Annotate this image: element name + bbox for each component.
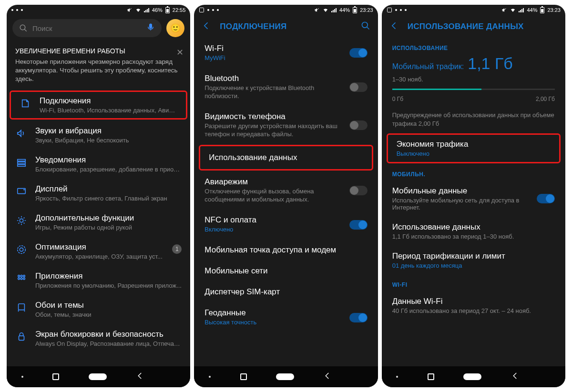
connection-row-0[interactable]: Wi-FiMyWiFi bbox=[194, 38, 378, 68]
home-button[interactable] bbox=[276, 373, 294, 380]
row-title: Звуки и вибрация bbox=[35, 126, 182, 136]
battery-percent: 46% bbox=[152, 7, 163, 13]
toggle[interactable] bbox=[349, 48, 368, 58]
svg-rect-17 bbox=[19, 303, 25, 310]
svg-point-10 bbox=[20, 248, 23, 251]
battery-tip-banner[interactable]: УВЕЛИЧЕНИЕ ВРЕМЕНИ РАБОТЫ Некоторые прил… bbox=[7, 41, 190, 90]
connection-row-8[interactable]: Диспетчер SIM-карт bbox=[194, 281, 378, 302]
back-arrow[interactable] bbox=[202, 21, 211, 32]
svg-rect-22 bbox=[387, 8, 391, 12]
home-button[interactable] bbox=[89, 373, 107, 380]
settings-row-4[interactable]: Дополнительные функцииИгры, Режим работы… bbox=[7, 208, 190, 237]
row-title: Экран блокировки и безопасность bbox=[35, 330, 182, 339]
row-title: Использование данных bbox=[209, 153, 363, 162]
search-button[interactable] bbox=[361, 21, 370, 32]
settings-row-1[interactable]: Звуки и вибрацияЗвуки, Вибрация, Не бесп… bbox=[7, 121, 190, 150]
row-subtitle: Обои, темы, значки bbox=[35, 311, 182, 318]
row-subtitle: Используйте мобильную сеть для доступа в… bbox=[392, 197, 530, 211]
nav-dot bbox=[209, 376, 211, 378]
connection-row-7[interactable]: Мобильные сети bbox=[194, 261, 378, 281]
recents-button[interactable] bbox=[428, 373, 434, 380]
status-bar: 46% 22:55 bbox=[7, 5, 190, 15]
nav-dot bbox=[396, 376, 398, 378]
data-saver-row[interactable]: Экономия трафика Выключено bbox=[387, 133, 561, 163]
close-icon[interactable]: ✕ bbox=[176, 47, 184, 58]
settings-row-5[interactable]: ОптимизацияАккумулятор, хранилище, ОЗУ, … bbox=[7, 237, 190, 266]
mobile-row-1[interactable]: Использование данных1,1 Гб использовано … bbox=[382, 217, 565, 246]
settings-row-0[interactable]: ПодключенияWi-Fi, Bluetooth, Использован… bbox=[10, 90, 187, 120]
back-arrow[interactable] bbox=[389, 21, 399, 32]
row-subtitle: Приложения по умолчанию, Разрешения прил… bbox=[35, 282, 182, 289]
row-title: Авиарежим bbox=[204, 177, 342, 187]
settings-row-7[interactable]: Обои и темыОбои, темы, значки bbox=[7, 295, 190, 324]
svg-rect-19 bbox=[200, 8, 204, 12]
search-field[interactable] bbox=[32, 24, 142, 32]
row-title: Оптимизация bbox=[35, 242, 164, 252]
row-icon bbox=[15, 214, 28, 227]
toggle[interactable] bbox=[349, 313, 368, 322]
bar-labels: 0 Гб 2,00 Гб bbox=[382, 92, 565, 106]
settings-list: ПодключенияWi-Fi, Bluetooth, Использован… bbox=[7, 90, 190, 366]
page-title: ИСПОЛЬЗОВАНИЕ ДАННЫХ bbox=[408, 22, 524, 31]
screen-connections: 44% 23:23 ПОДКЛЮЧЕНИЯ Wi-FiMyWiFiBluetoo… bbox=[194, 5, 378, 387]
mobile-row-2[interactable]: Период тарификации и лимит01 день каждог… bbox=[382, 246, 565, 275]
toggle[interactable] bbox=[349, 121, 368, 130]
recents-button[interactable] bbox=[240, 373, 247, 380]
row-subtitle: Подключение к устройствам Bluetooth побл… bbox=[204, 84, 342, 101]
home-button[interactable] bbox=[463, 373, 481, 380]
svg-point-9 bbox=[18, 245, 26, 253]
row-subtitle: Звуки, Вибрация, Не беспокоить bbox=[35, 137, 182, 144]
voice-search-button[interactable] bbox=[146, 23, 155, 33]
settings-row-2[interactable]: УведомленияБлокирование, разрешение, доб… bbox=[7, 150, 190, 179]
usage-warning: Предупреждение об использовании данных п… bbox=[382, 106, 565, 132]
usage-bar bbox=[382, 87, 565, 92]
wifi-icon bbox=[510, 7, 516, 13]
row-title: Уведомления bbox=[35, 155, 182, 165]
connection-row-4[interactable]: АвиарежимОтключение функций вызова, обме… bbox=[194, 171, 378, 210]
toggle[interactable] bbox=[349, 186, 368, 195]
clock: 23:23 bbox=[547, 7, 561, 13]
mobile-row-0[interactable]: Мобильные данныеИспользуйте мобильную се… bbox=[382, 181, 565, 217]
search-input[interactable] bbox=[12, 19, 162, 37]
image-icon bbox=[387, 7, 392, 13]
connection-row-9[interactable]: ГеоданныеВысокая точность bbox=[194, 302, 378, 332]
settings-row-6[interactable]: ПриложенияПриложения по умолчанию, Разре… bbox=[7, 266, 190, 295]
mobile-usage[interactable]: Мобильный трафик: 1,1 Гб bbox=[382, 54, 565, 73]
toggle[interactable] bbox=[349, 220, 368, 230]
row-title: Мобильные данные bbox=[392, 186, 530, 196]
svg-point-14 bbox=[18, 278, 20, 280]
svg-rect-18 bbox=[19, 336, 24, 340]
toggle[interactable] bbox=[349, 82, 368, 92]
back-button[interactable] bbox=[511, 372, 520, 382]
search-row: 🙂 bbox=[7, 15, 190, 41]
battery-icon bbox=[540, 7, 544, 13]
row-subtitle: Яркость, Фильтр синего света, Главный эк… bbox=[35, 195, 182, 202]
connection-row-6[interactable]: Мобильная точка доступа и модем bbox=[194, 240, 378, 261]
back-button[interactable] bbox=[323, 372, 332, 382]
avatar[interactable]: 🙂 bbox=[166, 19, 184, 37]
usage-period: 1–30 нояб. bbox=[382, 73, 565, 87]
connection-row-1[interactable]: BluetoothПодключение к устройствам Bluet… bbox=[194, 68, 378, 106]
header: ИСПОЛЬЗОВАНИЕ ДАННЫХ bbox=[382, 15, 565, 38]
wifi-data-row[interactable]: Данные Wi-Fi 40 Гб использовано за перио… bbox=[382, 291, 565, 320]
connection-row-2[interactable]: Видимость телефонаРазрешите другим устро… bbox=[194, 106, 378, 144]
connection-row-5[interactable]: NFC и оплатаВключено bbox=[194, 210, 378, 240]
svg-rect-3 bbox=[18, 159, 26, 161]
row-title: NFC и оплата bbox=[204, 215, 342, 225]
svg-line-21 bbox=[367, 27, 369, 30]
settings-row-3[interactable]: ДисплейЯркость, Фильтр синего света, Гла… bbox=[7, 179, 190, 208]
recents-button[interactable] bbox=[52, 373, 59, 380]
back-button[interactable] bbox=[136, 372, 144, 382]
screen-settings: 46% 22:55 🙂 УВЕЛИЧЕНИЕ ВРЕМЕНИ РАБОТЫ Не… bbox=[7, 5, 190, 387]
toggle[interactable] bbox=[537, 194, 555, 203]
row-title: Дисплей bbox=[35, 184, 182, 194]
system-nav bbox=[194, 366, 378, 387]
row-icon bbox=[15, 185, 28, 198]
row-title: Использование данных bbox=[392, 222, 555, 232]
settings-row-8[interactable]: Экран блокировки и безопасностьAlways On… bbox=[7, 324, 190, 353]
connection-row-3[interactable]: Использование данных bbox=[199, 145, 373, 171]
row-title: Bluetooth bbox=[204, 74, 342, 83]
connections-list: Wi-FiMyWiFiBluetoothПодключение к устрой… bbox=[194, 38, 378, 366]
row-subtitle: Включено bbox=[204, 226, 342, 234]
mute-icon bbox=[127, 7, 133, 13]
